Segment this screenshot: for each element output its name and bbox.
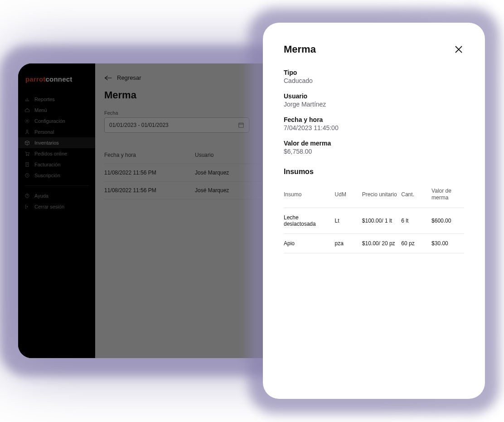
clock-icon bbox=[24, 173, 30, 178]
meta-type-label: Tipo bbox=[284, 69, 464, 76]
back-label: Regresar bbox=[117, 74, 141, 81]
modal-header: Merma bbox=[284, 44, 464, 55]
meta-user: Usuario Jorge Martínez bbox=[284, 92, 464, 108]
detail-card-body: Merma Tipo Caducado Usuario Jorge Martín… bbox=[263, 23, 485, 399]
meta-datetime-label: Fecha y hora bbox=[284, 116, 464, 123]
sidebar-item-cerrar-sesion[interactable]: Cerrar sesión bbox=[18, 201, 95, 212]
help-icon bbox=[24, 193, 30, 199]
sidebar-item-reportes[interactable]: Reportes bbox=[18, 94, 95, 105]
cell-precio-unitario: $100.00/ 1 lt bbox=[362, 218, 397, 224]
home-icon bbox=[24, 107, 30, 113]
user-icon bbox=[24, 129, 30, 135]
sidebar-item-label: Pedidos online bbox=[34, 151, 67, 156]
cell-datetime: 11/08/2022 11:56 PM bbox=[104, 170, 195, 176]
cell-datetime: 11/08/2022 11:56 PM bbox=[104, 187, 195, 194]
meta-total: Valor de merma $6,758.00 bbox=[284, 140, 464, 155]
cart-icon bbox=[24, 151, 30, 156]
sidebar-item-label: Ayuda bbox=[34, 193, 48, 199]
meta-user-label: Usuario bbox=[284, 92, 464, 100]
col-udm: UdM bbox=[335, 191, 359, 198]
sidebar-item-facturacion[interactable]: Facturación bbox=[18, 159, 95, 170]
sidebar-item-configuracion[interactable]: Configuración bbox=[18, 116, 95, 126]
calendar-icon bbox=[238, 122, 244, 128]
meta-total-value: $6,758.00 bbox=[284, 148, 464, 155]
sidebar-item-label: Personal bbox=[34, 129, 54, 135]
col-precio-unitario: Precio unitario bbox=[362, 191, 397, 198]
sidebar-item-label: Inventarios bbox=[34, 140, 59, 146]
sidebar: parrotconnect Reportes Menú Configuració… bbox=[18, 63, 95, 358]
svg-point-1 bbox=[26, 130, 28, 132]
col-valor-merma: Valor de merma bbox=[431, 188, 464, 201]
svg-rect-7 bbox=[239, 123, 244, 128]
gear-icon bbox=[24, 118, 30, 124]
meta-type: Tipo Caducado bbox=[284, 69, 464, 84]
cell-cant: 60 pz bbox=[401, 240, 428, 247]
svg-point-2 bbox=[26, 155, 27, 156]
col-datetime: Fecha y hora bbox=[104, 152, 195, 158]
sidebar-item-pedidos-online[interactable]: Pedidos online bbox=[18, 148, 95, 159]
insumos-table: Insumo UdM Precio unitario Cant. Valor d… bbox=[284, 181, 464, 253]
sidebar-item-personal[interactable]: Personal bbox=[18, 126, 95, 137]
insumos-row: Leche deslactosada Lt $100.00/ 1 lt 6 lt… bbox=[284, 208, 464, 234]
cell-valor-merma: $30.00 bbox=[431, 240, 464, 247]
brand-part2: connect bbox=[46, 75, 73, 83]
sidebar-item-label: Configuración bbox=[34, 118, 65, 124]
sidebar-item-menu[interactable]: Menú bbox=[18, 105, 95, 116]
date-range-input[interactable]: 01/01/2023 - 01/01/2023 bbox=[104, 117, 249, 133]
cell-udm: Lt bbox=[335, 218, 359, 224]
sidebar-item-label: Suscripción bbox=[34, 173, 60, 178]
meta-total-label: Valor de merma bbox=[284, 140, 464, 147]
col-cant: Cant. bbox=[401, 191, 428, 198]
box-icon bbox=[24, 140, 30, 146]
sidebar-item-label: Reportes bbox=[34, 97, 55, 102]
sidebar-item-suscripcion[interactable]: Suscripción bbox=[18, 170, 95, 181]
chart-icon bbox=[24, 97, 30, 102]
cell-insumo: Leche deslactosada bbox=[284, 214, 331, 227]
arrow-left-icon bbox=[104, 75, 112, 81]
svg-point-0 bbox=[26, 120, 28, 122]
meta-user-value: Jorge Martínez bbox=[284, 101, 464, 108]
sidebar-item-label: Cerrar sesión bbox=[34, 204, 64, 209]
svg-point-3 bbox=[28, 155, 29, 156]
sidebar-separator bbox=[24, 185, 89, 186]
sidebar-item-ayuda[interactable]: Ayuda bbox=[18, 190, 95, 201]
close-icon bbox=[454, 45, 463, 54]
meta-type-value: Caducado bbox=[284, 77, 464, 84]
receipt-icon bbox=[24, 162, 30, 167]
cell-cant: 6 lt bbox=[401, 218, 428, 224]
cell-valor-merma: $600.00 bbox=[431, 218, 464, 224]
brand-logo: parrotconnect bbox=[18, 63, 95, 94]
insumos-header: Insumo UdM Precio unitario Cant. Valor d… bbox=[284, 181, 464, 208]
meta-datetime: Fecha y hora 7/04/2023 11:45:00 bbox=[284, 116, 464, 131]
date-range-value: 01/01/2023 - 01/01/2023 bbox=[109, 122, 169, 128]
cell-udm: pza bbox=[335, 240, 359, 247]
close-button[interactable] bbox=[453, 44, 464, 55]
section-insumos-title: Insumos bbox=[284, 168, 464, 176]
sidebar-item-label: Menú bbox=[34, 107, 47, 113]
detail-card: Merma Tipo Caducado Usuario Jorge Martín… bbox=[263, 23, 485, 399]
meta-datetime-value: 7/04/2023 11:45:00 bbox=[284, 124, 464, 131]
logout-icon bbox=[24, 204, 30, 209]
col-insumo: Insumo bbox=[284, 191, 331, 198]
insumos-row: Apio pza $10.00/ 20 pz 60 pz $30.00 bbox=[284, 234, 464, 253]
brand-part1: parrot bbox=[25, 75, 46, 83]
cell-insumo: Apio bbox=[284, 240, 331, 247]
cell-precio-unitario: $10.00/ 20 pz bbox=[362, 240, 397, 247]
sidebar-item-label: Facturación bbox=[34, 162, 60, 167]
modal-title: Merma bbox=[284, 44, 316, 55]
sidebar-item-inventarios[interactable]: Inventarios bbox=[18, 137, 95, 148]
